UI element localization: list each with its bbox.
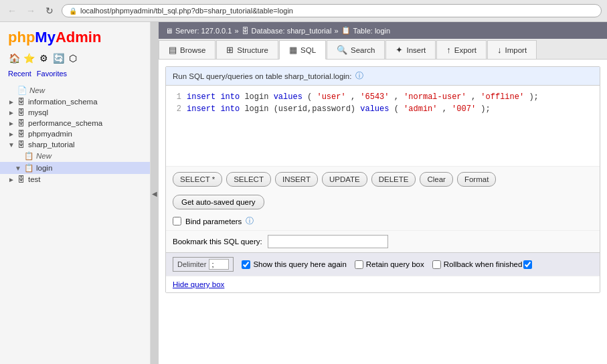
tree-new-label: New [29,86,45,94]
tab-browse-label: Browse [180,46,205,54]
bookmark-label: Bookmark this SQL query: [173,238,262,246]
retain-query-checkbox[interactable] [355,260,363,269]
star-icon[interactable]: ⭐ [23,52,35,64]
expander: ▼ [15,165,21,172]
delimiter-input[interactable] [209,259,229,270]
favorites-link[interactable]: Favorites [37,70,67,78]
delimiter-label: Delimiter [177,260,206,268]
tab-structure[interactable]: ⊞ Structure [216,40,278,59]
tree-label: login [36,164,52,172]
tree-item-phpmyadmin[interactable]: ► 🗄 phpmyadmin [0,128,150,139]
sql-editor[interactable]: 1 insert into login values ( 'user' , '6… [166,86,600,166]
bind-params-row: Bind parameters ⓘ [166,213,600,230]
line-num-2: 2 [171,103,181,115]
tree-item-mysql[interactable]: ► 🗄 mysql [0,107,150,118]
db-icon: 📄 [17,86,27,95]
back-button[interactable]: ← [5,4,19,17]
sql-panel-header-text: Run SQL query/queries on table sharp_tut… [173,72,351,80]
sql-panel: Run SQL query/queries on table sharp_tut… [165,66,600,293]
sql-buttons-row: SELECT * SELECT INSERT UPDATE DELETE Cle… [166,166,600,192]
tree-item-information-schema[interactable]: ► 🗄 information_schema [0,96,150,107]
db-icon: 🗄 [17,130,25,138]
bind-params-checkbox[interactable] [173,217,181,225]
auto-save-button[interactable]: Get auto-saved query [173,195,264,209]
tree-item-test[interactable]: ► 🗄 test [0,174,150,185]
structure-icon: ⊞ [226,45,234,55]
logo-php: php [8,29,35,46]
logo-my: My [35,29,56,46]
tree-item-new-top[interactable]: 📄 New [0,84,150,96]
tree-item-sharp-tutorial[interactable]: ▼ 🗄 sharp_tutorial [0,139,150,150]
browse-icon: ▤ [169,45,177,55]
tree-label: mysql [28,108,48,116]
show-query-checkbox[interactable] [242,260,250,269]
clear-button[interactable]: Clear [420,172,452,187]
expander: ► [8,130,15,138]
show-query-option: Show this query here again [242,260,346,269]
breadcrumb-table-icon: 📋 [341,26,351,35]
sql-line-2: 2 insert into login (userid,password) va… [171,103,594,115]
tree-label: performance_schema [28,119,102,127]
import-icon: ↓ [497,45,502,55]
expander: ▼ [8,141,15,149]
tree-item-login[interactable]: ▼ 📋 login [0,162,150,174]
tree-label: phpmyadmin [28,130,72,138]
str-6543: '6543' [360,92,389,102]
rollback-checked[interactable] [523,260,532,269]
info-icon[interactable]: ⓘ [355,71,363,81]
lock-icon: 🔒 [69,7,77,15]
recent-link[interactable]: Recent [8,70,31,78]
forward-button[interactable]: → [24,4,37,17]
bookmark-input[interactable] [268,235,388,248]
rollback-label: Rollback when finished [444,260,523,268]
main-content: 🖥 Server: 127.0.0.1 » 🗄 Database: sharp_… [159,22,607,364]
sql-code-1: insert into login values ( 'user' , '654… [187,91,539,103]
sync-icon[interactable]: 🔄 [52,52,64,64]
url-bar[interactable]: 🔒 localhost/phpmyadmin/tbl_sql.php?db=sh… [62,4,602,17]
tab-import-label: Import [505,46,527,54]
rollback-checkbox[interactable] [432,260,441,269]
format-button[interactable]: Format [457,172,496,187]
tab-browse[interactable]: ▤ Browse [159,40,215,59]
browser-bar: ← → ↻ 🔒 localhost/phpmyadmin/tbl_sql.php… [0,0,607,22]
insert-button[interactable]: INSERT [275,172,318,187]
tree-new-child-label: New [36,152,52,160]
str-user: 'user' [317,92,345,102]
sidebar-icon-row: 🏠 ⭐ ⚙ 🔄 ⬡ [0,50,150,68]
app-logo: phpMyAdmin [0,22,150,50]
line-num-1: 1 [171,91,181,103]
tree-item-new-child[interactable]: 📋 New [0,150,150,162]
breadcrumb-sep1: » [234,27,238,35]
tree-label: sharp_tutorial [28,141,75,149]
tab-sql-label: SQL [300,46,316,54]
sidebar-collapse-button[interactable]: ◀ [151,22,159,364]
breadcrumb-table: Table: login [353,27,391,35]
rollback-option: Rollback when finished [432,260,523,269]
tab-search[interactable]: 🔍 Search [327,40,385,59]
delimiter-box: Delimiter [173,257,234,272]
tab-import[interactable]: ↓ Import [487,40,537,59]
select-button[interactable]: SELECT [226,172,271,187]
retain-query-label: Retain query box [366,260,424,268]
expander: ► [8,98,15,106]
sql-line-1: 1 insert into login values ( 'user' , '6… [171,91,594,103]
db-icon: 🗄 [17,119,25,127]
refresh-button[interactable]: ↻ [43,4,56,17]
tab-sql[interactable]: ▦ SQL [279,40,326,60]
breadcrumb-sep2: » [334,27,338,35]
hide-query-link[interactable]: Hide query box [173,280,224,288]
tree-item-performance-schema[interactable]: ► 🗄 performance_schema [0,118,150,128]
more-icon[interactable]: ⬡ [67,52,79,64]
settings-icon[interactable]: ⚙ [37,52,50,64]
auto-save-row: Get auto-saved query [166,192,600,213]
retain-query-option: Retain query box [355,260,424,269]
sidebar-tree: 📄 New ► 🗄 information_schema ► 🗄 mysql ►… [0,82,150,364]
str-offline: 'offline' [481,92,524,102]
home-icon[interactable]: 🏠 [8,52,20,64]
delete-button[interactable]: DELETE [371,172,416,187]
select-star-button[interactable]: SELECT * [173,172,222,187]
str-admin: 'admin' [404,104,437,114]
tab-export[interactable]: ↑ Export [436,40,487,59]
update-button[interactable]: UPDATE [322,172,367,187]
tab-insert[interactable]: ✦ Insert [385,40,436,59]
